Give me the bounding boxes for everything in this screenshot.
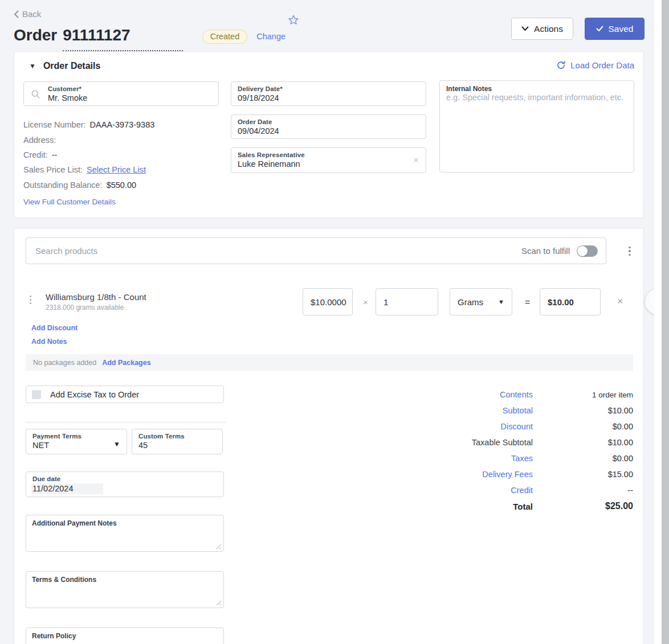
delivery-date-value: 09/18/2024 bbox=[238, 93, 420, 102]
credit-value: -- bbox=[533, 486, 633, 495]
subtotal-link[interactable]: Subtotal bbox=[425, 406, 533, 415]
add-notes-link[interactable]: Add Notes bbox=[31, 338, 67, 346]
credit-row: Credit:-- bbox=[23, 150, 57, 159]
summary-row-discount: Discount $0.00 bbox=[425, 419, 633, 434]
order-details-card: ▼ Order Details Load Order Data Customer… bbox=[14, 51, 644, 218]
multiply-sign: × bbox=[363, 297, 368, 307]
additional-payment-notes-box: Additional Payment Notes bbox=[26, 515, 224, 552]
view-full-customer-details-link[interactable]: View Full Customer Details bbox=[23, 198, 116, 206]
contents-link[interactable]: Contents bbox=[425, 390, 533, 399]
credit-value: -- bbox=[52, 150, 58, 159]
sales-rep-value: Luke Reinemann bbox=[238, 159, 420, 169]
products-card: Scan to fulfill Williamsburg 1/8th - Cou… bbox=[14, 228, 644, 644]
remove-line-item-icon[interactable]: × bbox=[617, 296, 623, 306]
order-details-collapse[interactable]: ▼ Order Details bbox=[29, 61, 100, 71]
resize-grip-icon[interactable] bbox=[216, 600, 222, 606]
section-title: Order Details bbox=[43, 61, 100, 71]
divider bbox=[26, 422, 226, 423]
quantity-input[interactable]: 1 bbox=[376, 288, 438, 315]
summary-row-contents: Contents 1 order item bbox=[425, 387, 633, 403]
saved-label: Saved bbox=[609, 24, 634, 34]
kebab-menu-icon[interactable] bbox=[624, 244, 635, 258]
resize-grip-icon[interactable] bbox=[216, 544, 222, 549]
packages-bar: No packages added Add Packages bbox=[26, 354, 633, 371]
excise-tax-label: Add Excise Tax to Order bbox=[50, 390, 139, 399]
total-label: Total bbox=[425, 502, 533, 511]
load-order-data-link[interactable]: Load Order Data bbox=[556, 60, 634, 70]
scrollbar-track[interactable] bbox=[654, 0, 669, 644]
select-price-list-link[interactable]: Select Price List bbox=[87, 165, 146, 174]
return-policy-box: Return Policy bbox=[26, 627, 224, 644]
drag-handle-icon[interactable] bbox=[30, 296, 31, 304]
sales-rep-field[interactable]: Sales Representative Luke Reinemann × bbox=[231, 147, 426, 173]
summary-row-total: Total $25.00 bbox=[425, 498, 633, 514]
favorite-star-icon[interactable] bbox=[288, 14, 299, 26]
order-number-field[interactable]: 91111127 bbox=[63, 26, 182, 51]
outstanding-balance-value: $550.00 bbox=[107, 181, 136, 190]
order-title-bar: Order 91111127 Created Change bbox=[14, 26, 285, 51]
product-search-bar: Scan to fulfill bbox=[26, 237, 606, 264]
saved-button[interactable]: Saved bbox=[585, 18, 644, 40]
add-packages-link[interactable]: Add Packages bbox=[102, 359, 150, 367]
internal-notes-label: Internal Notes bbox=[446, 85, 627, 93]
product-availability: 2318.000 grams available bbox=[46, 303, 124, 311]
status-badge: Created bbox=[202, 30, 248, 44]
refresh-icon bbox=[556, 60, 566, 70]
order-summary: Contents 1 order item Subtotal $10.00 Di… bbox=[425, 387, 633, 514]
clear-sales-rep-icon[interactable]: × bbox=[413, 155, 419, 165]
internal-notes-box: Internal Notes bbox=[439, 80, 634, 173]
summary-row-delivery-fees: Delivery Fees $15.00 bbox=[425, 466, 633, 482]
summary-row-subtotal: Subtotal $10.00 bbox=[425, 403, 633, 419]
excise-tax-row: Add Excise Tax to Order bbox=[26, 385, 224, 403]
search-icon bbox=[31, 89, 40, 99]
excise-tax-checkbox[interactable] bbox=[32, 390, 41, 399]
order-date-value: 09/04/2024 bbox=[238, 126, 420, 136]
product-name: Williamsburg 1/8th - Count bbox=[46, 292, 146, 302]
line-total-input[interactable]: $10.00 bbox=[540, 288, 601, 315]
return-policy-label: Return Policy bbox=[32, 632, 218, 640]
summary-row-taxes: Taxes $0.00 bbox=[425, 450, 633, 466]
scan-to-fulfill-toggle[interactable] bbox=[577, 245, 598, 257]
discount-link[interactable]: Discount bbox=[425, 422, 533, 431]
custom-terms-field[interactable]: Custom Terms 45 bbox=[132, 429, 223, 454]
change-status-link[interactable]: Change bbox=[256, 32, 285, 41]
scan-to-fulfill-label: Scan to fulfill bbox=[521, 246, 570, 256]
total-value: $25.00 bbox=[533, 501, 633, 511]
custom-terms-value: 45 bbox=[138, 441, 217, 450]
customer-label: Customer* bbox=[48, 85, 213, 92]
license-number-row: License Number:DAAA-3973-9383 bbox=[23, 120, 154, 129]
delivery-date-field[interactable]: Delivery Date* 09/18/2024 bbox=[231, 81, 426, 106]
terms-conditions-label: Terms & Conditions bbox=[32, 576, 218, 584]
page-title: Order bbox=[14, 26, 57, 44]
delivery-fees-link[interactable]: Delivery Fees bbox=[425, 470, 533, 479]
customer-field[interactable]: Customer* Mr. Smoke bbox=[23, 81, 219, 106]
chevron-down-icon: ▼ bbox=[498, 298, 504, 305]
chevron-down-icon: ▼ bbox=[113, 440, 120, 448]
summary-row-taxable-subtotal: Taxable Subtotal $10.00 bbox=[425, 434, 633, 450]
credit-link[interactable]: Credit bbox=[425, 486, 533, 495]
unit-select[interactable]: Grams ▼ bbox=[450, 288, 512, 315]
license-number-value: DAAA-3973-9383 bbox=[90, 120, 155, 129]
taxable-subtotal-label: Taxable Subtotal bbox=[425, 438, 533, 447]
payment-terms-select[interactable]: Payment Terms NET ▼ bbox=[26, 429, 127, 454]
order-date-field[interactable]: Order Date 09/04/2024 bbox=[231, 114, 426, 139]
due-date-field[interactable]: Due date 11/02/2024 bbox=[26, 471, 224, 497]
payment-terms-value: NET bbox=[32, 441, 121, 450]
subtotal-value: $10.00 bbox=[533, 406, 633, 415]
discount-value: $0.00 bbox=[533, 422, 633, 431]
back-button[interactable]: Back bbox=[14, 9, 41, 19]
taxable-subtotal-value: $10.00 bbox=[533, 438, 633, 447]
taxes-link[interactable]: Taxes bbox=[425, 454, 533, 463]
terms-conditions-box: Terms & Conditions bbox=[26, 571, 224, 608]
chevron-left-icon bbox=[14, 10, 19, 18]
no-packages-text: No packages added bbox=[33, 359, 96, 367]
due-date-value: 11/02/2024 bbox=[31, 483, 103, 494]
scrollbar-thumb[interactable] bbox=[662, 0, 669, 644]
address-row: Address: bbox=[23, 136, 60, 145]
actions-button[interactable]: Actions bbox=[511, 18, 573, 40]
unit-price-input[interactable]: $10.0000 bbox=[303, 288, 353, 315]
internal-notes-input[interactable] bbox=[446, 93, 627, 160]
search-products-input[interactable] bbox=[35, 246, 521, 256]
add-discount-link[interactable]: Add Discount bbox=[31, 324, 77, 332]
price-list-row: Sales Price List:Select Price List bbox=[23, 165, 146, 174]
